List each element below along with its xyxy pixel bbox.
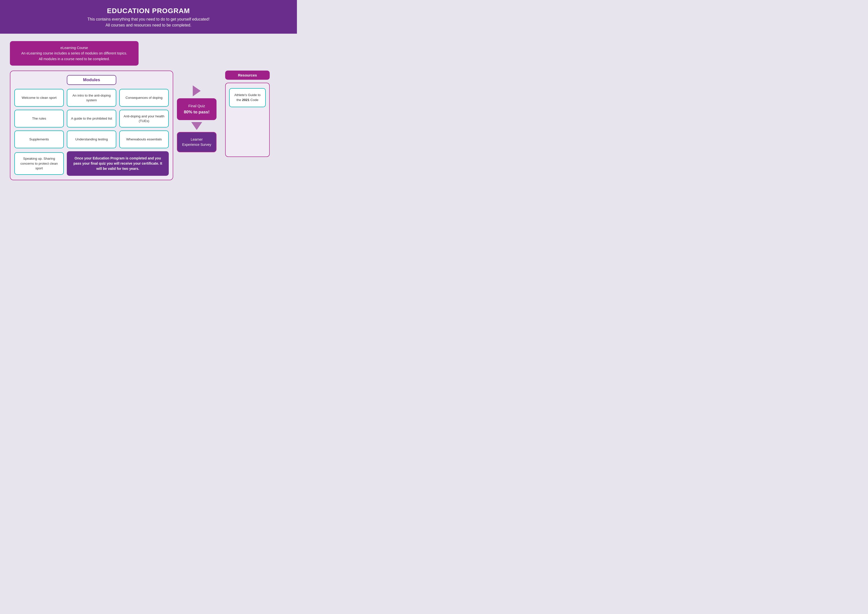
module-card-health[interactable]: Anti-doping and your health (TUEs) <box>119 110 169 127</box>
module-card-testing[interactable]: Understanding testing <box>67 131 116 148</box>
bottom-row: Speaking up. Sharing concerns to protect… <box>14 151 169 176</box>
survey-card[interactable]: Learner Experience Survey <box>177 132 217 152</box>
page-header: EDUCATION PROGRAM This contains everythi… <box>0 0 297 34</box>
quiz-card[interactable]: Final Quiz 80% to pass! <box>177 98 217 120</box>
modules-grid: Welcome to clean sport An intro to the a… <box>14 89 169 148</box>
module-card-rules[interactable]: The rules <box>14 110 64 127</box>
resources-header: Resources <box>225 71 270 80</box>
resources-section: Resources Athlete's Guide to the 2021 Co… <box>225 71 270 157</box>
quiz-section: Final Quiz 80% to pass! Learner Experien… <box>173 71 220 152</box>
main-content: eLearning Course An eLearning course inc… <box>0 34 297 188</box>
modules-header: Modules <box>67 75 116 85</box>
module-card-welcome[interactable]: Welcome to clean sport <box>14 89 64 107</box>
module-card-whereabouts[interactable]: Whereabouts essentials <box>119 131 169 148</box>
page-title: EDUCATION PROGRAM <box>10 7 287 15</box>
resources-box: Athlete's Guide to the 2021 Code <box>225 83 270 157</box>
content-row: Modules Welcome to clean sport An intro … <box>10 71 287 180</box>
module-card-supplements[interactable]: Supplements <box>14 131 64 148</box>
completion-banner: Once your Education Program is completed… <box>67 151 169 176</box>
arrow-right-icon <box>193 85 201 96</box>
page-subtitle: This contains everything that you need t… <box>10 16 287 28</box>
module-card-intro[interactable]: An intro to the anti-doping system <box>67 89 116 107</box>
module-card-prohibited[interactable]: A guide to the prohibited list <box>67 110 116 127</box>
elearning-banner: eLearning Course An eLearning course inc… <box>10 41 139 65</box>
arrow-down-icon <box>191 122 202 130</box>
resource-card-athletes-guide[interactable]: Athlete's Guide to the 2021 Code <box>229 88 266 107</box>
module-card-consequences[interactable]: Consequences of doping <box>119 89 169 107</box>
modules-container: Modules Welcome to clean sport An intro … <box>10 71 173 180</box>
module-card-speaking[interactable]: Speaking up. Sharing concerns to protect… <box>14 152 64 175</box>
